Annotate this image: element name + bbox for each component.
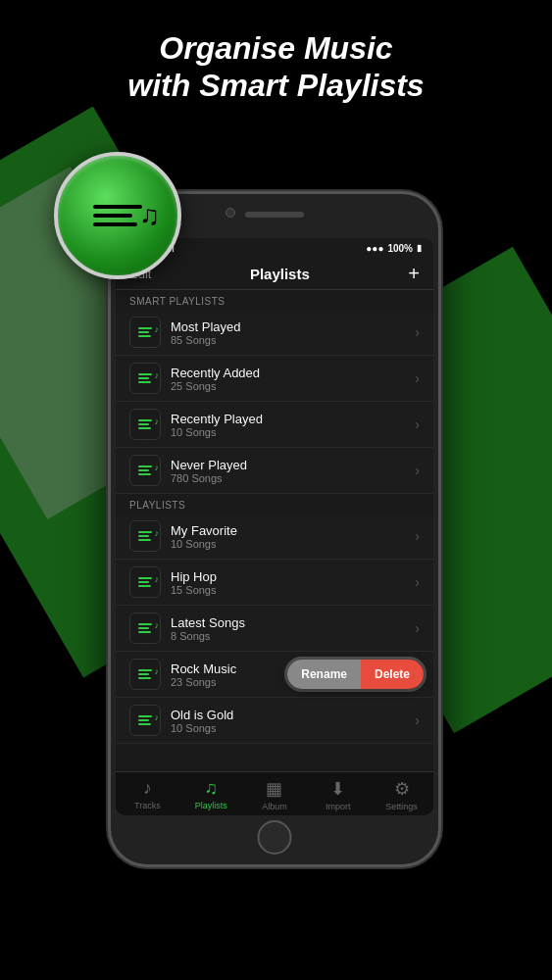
icon-line [138, 381, 151, 383]
list-text: Latest Songs 8 Songs [171, 615, 405, 642]
list-item[interactable]: ♪ Recently Played 10 Songs › [116, 402, 433, 448]
tab-import[interactable]: ⬇ Import [306, 778, 370, 811]
icon-line [138, 327, 152, 329]
icon-line [138, 723, 151, 725]
playlist-icon: ♪ [129, 659, 161, 690]
add-playlist-button[interactable]: + [408, 264, 420, 283]
playlist-icon: ♪ [129, 363, 161, 394]
list-title: Recently Played [171, 412, 405, 426]
tracks-label: Tracks [134, 801, 161, 810]
list-text: Old is Gold 10 Songs [171, 708, 405, 734]
icon-line [138, 581, 149, 583]
icon-line [138, 535, 149, 537]
playlist-icon: ♪ [129, 566, 161, 598]
chevron-icon: › [415, 574, 420, 590]
chevron-icon: › [415, 620, 420, 636]
list-title: Never Played [171, 458, 405, 472]
tab-settings[interactable]: ⚙ Settings [370, 778, 433, 811]
music-line-2 [93, 214, 132, 218]
icon-line [138, 466, 152, 467]
import-label: Import [326, 802, 351, 811]
list-title: Recently Added [171, 366, 405, 380]
icon-line [138, 469, 149, 471]
music-lines-icon [93, 205, 142, 226]
list-item[interactable]: ♪ Old is Gold 10 Songs › [116, 698, 433, 744]
icon-line [138, 331, 149, 333]
list-text: Most Played 85 Songs [171, 319, 405, 346]
icon-note: ♪ [155, 712, 160, 722]
music-line-3 [93, 222, 137, 226]
rock-music-list-item[interactable]: ♪ Rock Music 23 Songs Rename Delete [116, 652, 433, 698]
playlists-icon: ♫ [204, 778, 218, 799]
playlist-icon-inner: ♪ [138, 373, 152, 383]
settings-label: Settings [385, 802, 418, 811]
list-title: Most Played [171, 319, 405, 334]
playlist-icon: ♪ [129, 317, 161, 348]
icon-note: ♪ [155, 324, 160, 334]
icon-note: ♪ [155, 574, 160, 584]
icon-note: ♪ [155, 416, 160, 426]
list-subtitle: 10 Songs [171, 538, 405, 550]
delete-button[interactable]: Delete [361, 660, 424, 689]
header-line1: Organise Music [0, 29, 552, 67]
tab-bar: ♪ Tracks ♫ Playlists ▦ Album ⬇ Import ⚙ [116, 771, 433, 815]
playlist-icon-inner: ♪ [138, 577, 152, 587]
list-item[interactable]: ♪ Recently Added 25 Songs › [116, 356, 433, 402]
list-text: Hip Hop 15 Songs [171, 569, 405, 596]
phone-camera [226, 208, 235, 218]
phone-speaker [245, 212, 304, 218]
list-subtitle: 25 Songs [171, 380, 405, 392]
icon-line [138, 627, 149, 629]
list-text: Recently Played 10 Songs [171, 412, 405, 438]
list-text: Never Played 780 Songs [171, 458, 405, 484]
list-text: My Favorite 10 Songs [171, 523, 405, 550]
list-item[interactable]: ♪ Latest Songs 8 Songs › [116, 606, 433, 652]
tab-tracks[interactable]: ♪ Tracks [116, 778, 179, 811]
icon-note: ♪ [155, 528, 160, 538]
nav-title: Playlists [250, 266, 310, 282]
icon-line [138, 539, 151, 541]
music-note-icon: ♫ [139, 200, 160, 231]
icon-line [138, 673, 149, 675]
album-icon: ▦ [266, 778, 282, 800]
icon-line [138, 419, 152, 421]
status-right: ●●● 100% ▮ [366, 243, 422, 254]
icon-note: ♪ [155, 620, 160, 630]
battery-level: 100% [387, 243, 413, 254]
list-subtitle: 780 Songs [171, 472, 405, 484]
icon-line [138, 377, 149, 379]
list-item[interactable]: ♪ Hip Hop 15 Songs › [116, 560, 433, 606]
list-item[interactable]: ♪ Never Played 780 Songs › [116, 448, 433, 494]
list-item[interactable]: ♪ My Favorite 10 Songs › [116, 514, 433, 560]
chevron-icon: › [415, 370, 420, 386]
playlists-label: Playlists [195, 801, 227, 810]
chevron-icon: › [415, 528, 420, 544]
app-icon[interactable]: ♫ [54, 152, 181, 279]
playlist-icon-inner: ♪ [138, 419, 152, 429]
tab-album[interactable]: ▦ Album [243, 778, 307, 811]
playlist-icon-inner: ♪ [138, 623, 152, 633]
tab-playlists[interactable]: ♫ Playlists [179, 778, 243, 811]
list-subtitle: 10 Songs [171, 722, 405, 734]
playlist-icon: ♪ [129, 455, 161, 486]
header-title: Organise Music with Smart Playlists [0, 29, 552, 105]
list-subtitle: 85 Songs [171, 334, 405, 346]
icon-line [138, 669, 152, 671]
list-item[interactable]: ♪ Most Played 85 Songs › [116, 310, 433, 356]
list-text: Recently Added 25 Songs [171, 366, 405, 392]
playlist-icon: ♪ [129, 705, 161, 736]
chevron-icon: › [415, 712, 420, 728]
nav-bar: Edit Playlists + [116, 258, 433, 290]
smart-playlists-header: SMART PLAYLISTS [116, 290, 433, 310]
list-title: Hip Hop [171, 569, 405, 584]
phone-home-button[interactable] [258, 820, 292, 855]
phone: 11:53 AM ●●● 100% ▮ Edit Playlists + SMA… [108, 191, 441, 867]
icon-line [138, 577, 152, 579]
icon-note: ♪ [155, 463, 160, 472]
playlist-icon-inner: ♪ [138, 466, 152, 475]
playlist-icon-inner: ♪ [138, 327, 152, 337]
list-title: My Favorite [171, 523, 405, 538]
rename-button[interactable]: Rename [287, 660, 361, 689]
signal-icon: ●●● [366, 243, 383, 254]
list-title: Latest Songs [171, 615, 405, 630]
